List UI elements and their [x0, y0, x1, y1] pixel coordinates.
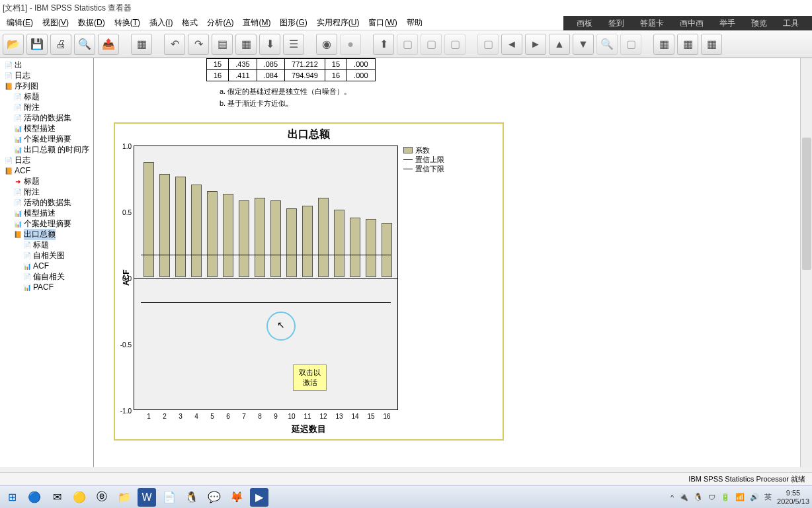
save-button[interactable]: 💾	[26, 34, 48, 55]
open-button[interactable]: 📂	[3, 34, 24, 55]
task-folder[interactable]: 📁	[115, 488, 134, 507]
ov-pip[interactable]: 画中画	[680, 18, 704, 29]
tree-item[interactable]: 📄出	[0, 60, 93, 70]
menu-帮助[interactable]: 帮助	[403, 16, 426, 30]
syntax-button[interactable]: ▦	[677, 34, 698, 55]
insert-button[interactable]: ⬇	[259, 34, 280, 55]
outline-tree[interactable]: 📄出📄日志📙序列图📄标题📄附注📄活动的数据集📊模型描述📊个案处理摘要📊出口总额 …	[0, 58, 94, 467]
tree-label: PACF	[33, 282, 54, 292]
tree-item[interactable]: 📄标题	[0, 239, 93, 250]
tree-item[interactable]: 📄活动的数据集	[0, 112, 93, 123]
promote-button[interactable]: ⬆	[373, 34, 394, 55]
menu-数据[interactable]: 数据(D)	[74, 16, 109, 30]
tree-item[interactable]: 📄自相关图	[0, 250, 93, 261]
tray-usb-icon[interactable]: 🔌	[679, 493, 688, 501]
task-player[interactable]: ▶	[250, 488, 268, 507]
menu-实用程序[interactable]: 实用程序(U)	[313, 16, 364, 30]
tray-up-icon[interactable]: ^	[670, 493, 674, 501]
scrollbar-thumb[interactable]	[802, 138, 811, 270]
tray-shield-icon[interactable]: 🛡	[708, 493, 715, 501]
script-button[interactable]: ▦	[701, 34, 722, 55]
tree-item[interactable]: 📊出口总额 的时间序	[0, 144, 93, 155]
nav-fwd-button[interactable]: ►	[525, 34, 546, 55]
nav-down-button[interactable]: ▼	[573, 34, 594, 55]
menu-窗口[interactable]: 窗口(W)	[364, 16, 401, 30]
tree-item[interactable]: 📄日志	[0, 155, 93, 165]
menu-插入[interactable]: 插入(I)	[145, 16, 177, 30]
tree-item[interactable]: 📊模型描述	[0, 208, 93, 218]
tree-item[interactable]: 📙出口总额	[0, 229, 93, 239]
designate-button[interactable]: ▦	[653, 34, 674, 55]
tray-date: 2020/5/13	[777, 497, 809, 506]
tree-item[interactable]: 📄附注	[0, 187, 93, 197]
tray-ime[interactable]: 英	[764, 492, 772, 502]
tray-wifi-icon[interactable]: 📶	[735, 493, 745, 501]
tree-item[interactable]: 📄偏自相关	[0, 271, 93, 282]
tree-item[interactable]: 📊个案处理摘要	[0, 134, 93, 144]
tree-item[interactable]: ➜标题	[0, 176, 93, 187]
tree-item[interactable]: 📄活动的数据集	[0, 197, 93, 208]
task-ie[interactable]: ⓔ	[93, 488, 111, 507]
goto-data-button[interactable]: ▦	[131, 34, 152, 55]
menu-分析[interactable]: 分析(A)	[203, 16, 237, 30]
table-cell: 15	[325, 59, 346, 70]
undo-button[interactable]: ↶	[164, 34, 185, 55]
menu-视图[interactable]: 视图(V)	[38, 16, 73, 30]
task-qq[interactable]: 🐧	[183, 488, 201, 507]
vertical-scrollbar[interactable]	[800, 58, 812, 467]
select-button[interactable]: ▦	[235, 34, 257, 55]
menu-图形[interactable]: 图形(G)	[276, 16, 311, 30]
redo-button[interactable]: ↷	[188, 34, 209, 55]
book-icon: 📙	[13, 230, 22, 238]
tree-item[interactable]: 📄日志	[0, 70, 93, 81]
tree-item[interactable]: 📊模型描述	[0, 123, 93, 134]
ov-datika[interactable]: 答题卡	[640, 18, 664, 29]
tray-clock[interactable]: 9:55 2020/5/13	[777, 489, 809, 506]
export-button[interactable]: 📤	[98, 34, 119, 55]
chart-icon: 📊	[22, 262, 32, 270]
table-cell: 16	[207, 70, 229, 81]
menu-转换[interactable]: 转换(T)	[110, 16, 144, 30]
tree-item[interactable]: 📙序列图	[0, 81, 93, 91]
content-pane[interactable]: 15.435.085771.21215.00016.411.084794.949…	[94, 58, 812, 467]
tree-label: ACF	[33, 261, 49, 271]
menu-编辑[interactable]: 编辑(E)	[3, 16, 37, 30]
acf-chart[interactable]: 出口总额 ACF ↖ 双击以 激活 1234567891011121314151…	[114, 122, 504, 441]
tree-item[interactable]: 📙ACF	[0, 165, 93, 176]
ov-huaban[interactable]: 画板	[577, 18, 592, 29]
ov-gongju[interactable]: 工具	[783, 18, 799, 29]
tree-item[interactable]: 📊PACF	[0, 282, 93, 292]
tree-item[interactable]: 📊个案处理摘要	[0, 218, 93, 229]
task-word[interactable]: W	[138, 488, 156, 507]
variables-button[interactable]: ☰	[283, 34, 304, 55]
circles-button[interactable]: ◉	[316, 34, 337, 55]
tray-battery-icon[interactable]: 🔋	[721, 493, 730, 501]
task-chrome[interactable]: 🟡	[70, 488, 89, 507]
task-fox[interactable]: 🦊	[227, 488, 246, 507]
menu-直销[interactable]: 直销(M)	[239, 16, 274, 30]
tree-item[interactable]: 📄标题	[0, 91, 93, 102]
task-dingtalk[interactable]: 💬	[205, 488, 223, 507]
dialog-recall-button[interactable]: ▤	[212, 34, 233, 55]
task-notes[interactable]: 📄	[160, 488, 179, 507]
taskbar[interactable]: ⊞ 🔵 ✉ 🟡 ⓔ 📁 W 📄 🐧 💬 🦊 ▶ ^ 🔌 🐧 🛡 🔋 📶 🔊 英 …	[0, 486, 812, 508]
chart-icon: 📊	[13, 135, 22, 143]
start-button[interactable]: ⊞	[3, 488, 21, 507]
tree-label: 日志	[15, 155, 30, 166]
nav-up-button[interactable]: ▲	[549, 34, 570, 55]
ov-yulan[interactable]: 预览	[751, 18, 767, 29]
print-button[interactable]: 🖨	[50, 34, 71, 55]
task-mail[interactable]: ✉	[48, 488, 66, 507]
ov-qiandao[interactable]: 签到	[608, 18, 624, 29]
preview-button[interactable]: 🔍	[74, 34, 95, 55]
menu-格式[interactable]: 格式	[178, 16, 202, 30]
y-tick: 0.5	[114, 209, 132, 216]
tree-item[interactable]: 📄附注	[0, 102, 93, 112]
ov-jushou[interactable]: 举手	[719, 18, 735, 29]
tray-volume-icon[interactable]: 🔊	[750, 493, 759, 501]
nav-back-button[interactable]: ◄	[501, 34, 522, 55]
tree-item[interactable]: 📊ACF	[0, 261, 93, 271]
task-app1[interactable]: 🔵	[25, 488, 44, 507]
chart-icon: 📊	[13, 124, 22, 132]
tray-qq-icon[interactable]: 🐧	[694, 493, 703, 501]
